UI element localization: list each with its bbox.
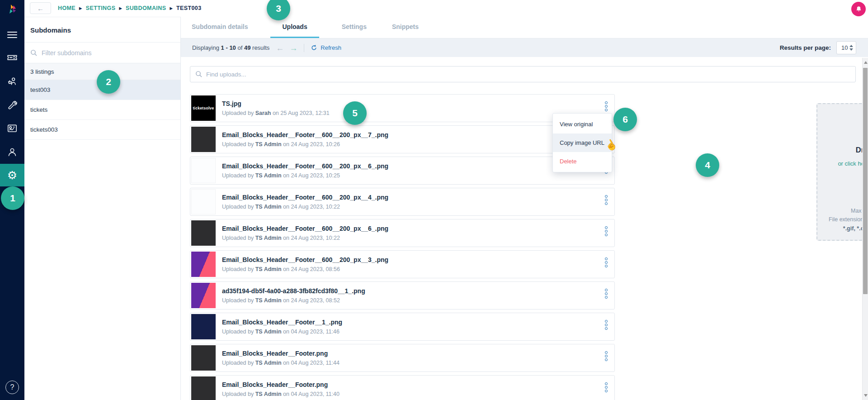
file-uploader-link[interactable]: or click here to use the file uploader <box>817 160 868 167</box>
upload-meta: Uploaded by TS Admin on 04 Aug 2023, 11:… <box>222 360 340 366</box>
upload-filename: Email_Blocks_Header__Footer.png <box>222 350 340 357</box>
upload-row[interactable]: ad35f194-db5f-4a00-a288-3fb82fcd3f80__1_… <box>190 281 615 310</box>
main-content: Subdomain details Uploads Settings Snipp… <box>181 17 868 400</box>
upload-list: ticketsolve TS.jpg Uploaded by Sarah on … <box>190 94 615 400</box>
row-kebab-menu-icon[interactable] <box>604 100 609 113</box>
context-menu-item[interactable]: Delete ☝ <box>553 152 612 171</box>
upload-filename: TS.jpg <box>222 100 330 107</box>
upload-row[interactable]: Email_Blocks_Header__Footer__1_.png Uplo… <box>190 313 615 341</box>
annotation-badge-6: 6 <box>613 108 637 131</box>
upload-row[interactable]: ticketsolve TS.jpg Uploaded by Sarah on … <box>190 94 615 122</box>
upload-row[interactable]: Email_Blocks_Header__Footer__600__200_px… <box>190 219 615 247</box>
upload-filename: Email_Blocks_Header__Footer__1_.png <box>222 319 342 326</box>
breadcrumb-link[interactable]: SUBDOMAINS <box>126 5 166 11</box>
settings-nav-active[interactable]: ⚙ <box>0 164 24 186</box>
upload-thumbnail <box>191 252 216 277</box>
upload-thumbnail <box>191 314 216 339</box>
breadcrumb-current: TEST003 <box>176 5 202 11</box>
upload-thumbnail <box>191 189 216 214</box>
row-kebab-menu-icon[interactable] <box>604 381 609 394</box>
row-kebab-menu-icon[interactable] <box>604 224 609 238</box>
scrollbar-thumb[interactable] <box>863 68 868 294</box>
subdomain-item[interactable]: tickets <box>24 100 180 120</box>
breadcrumb-link[interactable]: HOME <box>58 5 75 11</box>
next-page-arrow-icon[interactable]: → <box>289 44 297 52</box>
row-kebab-menu-icon[interactable] <box>604 349 609 363</box>
breadcrumb: HOME▶SETTINGS▶SUBDOMAINS▶TEST003 <box>58 5 202 11</box>
prev-page-arrow-icon[interactable]: ← <box>276 44 284 52</box>
row-kebab-menu-icon[interactable] <box>604 318 609 332</box>
upload-thumbnail <box>191 220 216 246</box>
results-summary: Displaying 1 - 10 of 49 results <box>192 44 269 51</box>
upload-row[interactable]: Email_Blocks_Header__Footer.png Uploaded… <box>190 375 615 400</box>
upload-meta: Uploaded by TS Admin on 24 Aug 2023, 10:… <box>222 204 388 210</box>
upload-row[interactable]: Email_Blocks_Header__Footer__600__200_px… <box>190 250 615 278</box>
upload-filename: Email_Blocks_Header__Footer__600__200_px… <box>222 256 388 263</box>
results-per-page-select[interactable]: 10 <box>836 41 856 54</box>
scroll-up-button[interactable] <box>863 59 868 66</box>
customers-icon[interactable] <box>0 75 24 88</box>
vertical-scrollbar[interactable] <box>862 58 868 400</box>
panel-title: Subdomains <box>24 17 180 43</box>
upload-meta: Uploaded by TS Admin on 24 Aug 2023, 10:… <box>222 235 388 241</box>
dropzone-info: Max file size allowed: 2MB File extensio… <box>822 207 868 233</box>
scroll-down-button[interactable] <box>863 392 868 399</box>
tab[interactable]: Snippets <box>389 17 421 38</box>
search-icon <box>30 49 38 57</box>
upload-row[interactable]: Email_Blocks_Header__Footer.png Uploaded… <box>190 344 615 372</box>
upload-meta: Uploaded by TS Admin on 24 Aug 2023, 10:… <box>222 141 388 148</box>
upload-filename: Email_Blocks_Header__Footer__600__200_px… <box>222 162 388 170</box>
upload-row[interactable]: Email_Blocks_Header__Footer__600__200_px… <box>190 157 615 185</box>
subdomain-item[interactable]: tickets003 <box>24 120 180 140</box>
refresh-button[interactable]: Refresh <box>311 44 341 51</box>
notification-bell-button[interactable] <box>851 2 866 16</box>
tab[interactable]: Settings <box>339 17 369 38</box>
divider <box>304 44 304 52</box>
find-uploads-field[interactable] <box>190 66 856 82</box>
upload-thumbnail: ticketsolve <box>191 95 216 121</box>
upload-filename: Email_Blocks_Header__Footer__600__200_px… <box>222 194 388 201</box>
bell-icon <box>855 5 863 13</box>
upload-meta: Uploaded by TS Admin on 04 Aug 2023, 11:… <box>222 391 340 397</box>
back-button[interactable]: ← <box>30 2 51 14</box>
upload-filename: Email_Blocks_Header__Footer.png <box>222 381 340 388</box>
upload-thumbnail <box>191 345 216 371</box>
dropzone-title: Drop file(s) here <box>817 146 868 154</box>
upload-thumbnail <box>191 127 216 152</box>
spinner-arrows-icon <box>849 45 853 51</box>
app-logo-icon[interactable] <box>6 4 19 16</box>
annotation-badge-4: 4 <box>696 153 719 177</box>
menu-icon[interactable] <box>0 28 24 42</box>
breadcrumb-separator-icon: ▶ <box>119 6 122 10</box>
breadcrumb-separator-icon: ▶ <box>79 6 82 10</box>
search-icon <box>195 71 203 78</box>
row-kebab-menu-icon[interactable] <box>604 256 609 269</box>
filter-subdomains-input[interactable] <box>42 49 168 57</box>
help-icon[interactable]: ? <box>5 381 19 394</box>
annotation-badge-1: 1 <box>1 186 24 210</box>
gear-icon: ⚙ <box>7 170 17 181</box>
tools-icon[interactable] <box>0 98 24 112</box>
back-arrow-icon: ← <box>37 5 44 12</box>
tickets-icon[interactable] <box>0 51 24 64</box>
upload-thumbnail <box>191 283 216 308</box>
file-dropzone[interactable]: Drop file(s) here or click here to use t… <box>816 103 868 241</box>
upload-filename: Email_Blocks_Header__Footer__600__200_px… <box>222 131 388 138</box>
upload-filename: ad35f194-db5f-4a00-a288-3fb82fcd3f80__1_… <box>222 287 365 295</box>
reports-icon[interactable] <box>0 122 24 135</box>
tab[interactable]: Subdomain details <box>189 17 250 38</box>
row-kebab-menu-icon[interactable] <box>604 193 609 207</box>
upload-row[interactable]: Email_Blocks_Header__Footer__600__200_px… <box>190 125 615 153</box>
find-uploads-input[interactable] <box>206 71 855 78</box>
users-icon[interactable] <box>0 145 24 159</box>
context-menu-item[interactable]: View original ☝ <box>553 115 612 133</box>
filter-subdomains-field[interactable] <box>24 43 180 63</box>
upload-thumbnail <box>191 376 216 400</box>
breadcrumb-link[interactable]: SETTINGS <box>86 5 116 11</box>
upload-row[interactable]: Email_Blocks_Header__Footer__600__200_px… <box>190 188 615 216</box>
upload-meta: Uploaded by TS Admin on 24 Aug 2023, 08:… <box>222 266 388 272</box>
context-menu-item[interactable]: Copy image URL ☝ <box>553 133 612 152</box>
upload-meta: Uploaded by TS Admin on 24 Aug 2023, 10:… <box>222 172 388 179</box>
upload-meta: Uploaded by Sarah on 25 Aug 2023, 12:31 <box>222 110 330 116</box>
row-kebab-menu-icon[interactable] <box>604 287 609 300</box>
